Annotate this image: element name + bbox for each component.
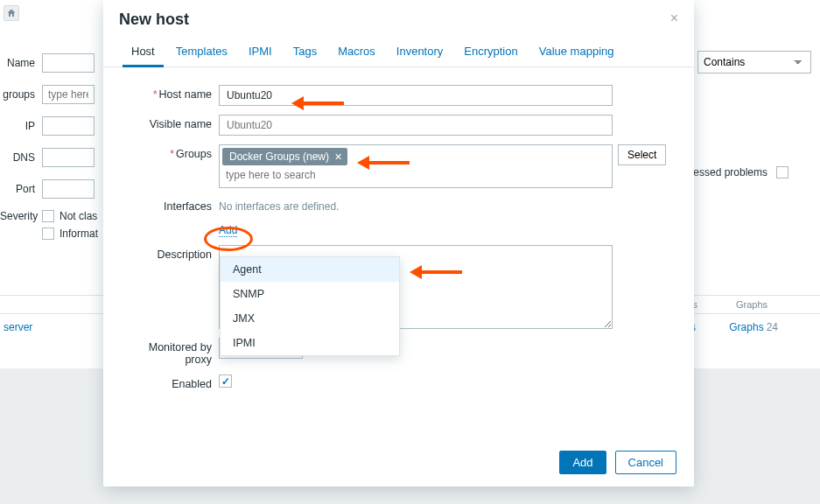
close-icon[interactable]: × <box>670 10 678 26</box>
bg-groups-label: groups <box>0 88 42 101</box>
add-interface-dropdown: Agent SNMP JMX IPMI <box>220 256 400 356</box>
tab-encryption[interactable]: Encryption <box>455 39 526 66</box>
tab-host[interactable]: Host <box>123 39 164 67</box>
select-groups-button[interactable]: Select <box>618 144 666 165</box>
remove-tag-icon[interactable]: ✕ <box>334 151 342 163</box>
tab-macros[interactable]: Macros <box>329 39 384 66</box>
label-monitored-by: Monitored by proxy <box>123 338 219 366</box>
bg-name-input[interactable] <box>42 53 95 73</box>
label-description: Description <box>123 245 219 261</box>
add-button[interactable]: Add <box>559 451 606 474</box>
bg-contains-select[interactable]: Contains <box>697 51 811 74</box>
label-visible-name: Visible name <box>123 115 219 130</box>
modal-title: New host <box>119 10 189 29</box>
bg-info-label: Informat <box>60 228 98 240</box>
bg-name-label: Name <box>0 57 42 69</box>
host-name-input[interactable] <box>219 85 613 106</box>
bg-cb-information[interactable] <box>42 228 54 240</box>
bg-dns-input[interactable] <box>42 148 95 167</box>
group-tag-chip: Docker Groups (new) ✕ <box>222 148 347 165</box>
dropdown-item-agent[interactable]: Agent <box>221 257 399 282</box>
label-enabled: Enabled <box>123 374 219 390</box>
group-tag-text: Docker Groups (new) <box>229 150 329 163</box>
bg-ip-input[interactable] <box>42 116 95 136</box>
enabled-checkbox[interactable] <box>219 374 232 388</box>
visible-name-input[interactable] <box>219 115 613 136</box>
cancel-button[interactable]: Cancel <box>615 451 676 474</box>
groups-search-input[interactable] <box>222 165 397 185</box>
label-host-name: *Host name <box>123 85 219 101</box>
label-groups: *Groups <box>123 144 219 160</box>
tab-bar: Host Templates IPMI Tags Macros Inventor… <box>103 36 694 67</box>
bg-row-server[interactable]: server <box>4 321 32 333</box>
bg-notclas-label: Not clas <box>60 210 97 222</box>
bg-severity-label: Severity <box>0 210 42 222</box>
tab-ipmi[interactable]: IPMI <box>240 39 281 66</box>
bg-port-input[interactable] <box>42 179 95 199</box>
dropdown-item-jmx[interactable]: JMX <box>221 306 399 331</box>
bg-cb-suppressed[interactable] <box>776 166 788 178</box>
bg-row-graphs[interactable]: Graphs <box>729 321 763 333</box>
bg-port-label: Port <box>0 183 42 195</box>
tab-inventory[interactable]: Inventory <box>388 39 452 66</box>
tab-valuemapping[interactable]: Value mapping <box>530 39 623 66</box>
dropdown-item-snmp[interactable]: SNMP <box>221 282 399 306</box>
bg-dns-label: DNS <box>0 151 42 164</box>
tab-templates[interactable]: Templates <box>167 39 236 66</box>
bg-col-graphs: Graphs <box>736 299 767 310</box>
bg-groups-input[interactable] <box>42 85 95 104</box>
bg-row-graphs-count: 24 <box>767 321 778 333</box>
bg-ip-label: IP <box>0 120 42 132</box>
dropdown-item-ipmi[interactable]: IPMI <box>221 331 399 355</box>
add-interface-link[interactable]: Add <box>219 224 237 237</box>
tab-tags[interactable]: Tags <box>284 39 326 66</box>
no-interfaces-text: No interfaces are defined. <box>219 197 339 213</box>
bg-cb-notclassified[interactable] <box>42 210 54 222</box>
home-icon[interactable] <box>4 5 19 21</box>
label-interfaces: Interfaces <box>123 197 219 213</box>
new-host-modal: New host × Host Templates IPMI Tags Macr… <box>103 0 694 486</box>
groups-box[interactable]: Docker Groups (new) ✕ <box>219 144 613 188</box>
